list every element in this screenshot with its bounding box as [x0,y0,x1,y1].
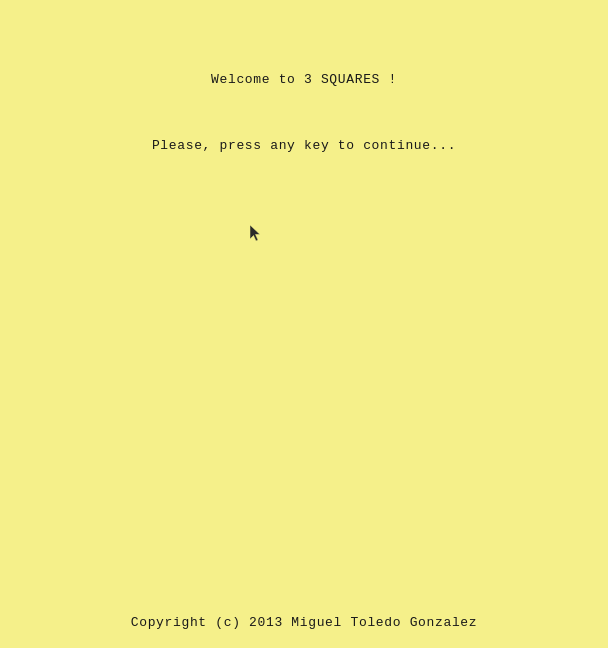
svg-marker-0 [250,225,260,241]
mouse-cursor [250,225,262,243]
main-screen: Welcome to 3 SQUARES ! Please, press any… [0,0,608,648]
copyright-notice: Copyright (c) 2013 Miguel Toledo Gonzale… [131,615,478,630]
press-key-prompt: Please, press any key to continue... [152,138,456,153]
welcome-title: Welcome to 3 SQUARES ! [211,72,397,87]
